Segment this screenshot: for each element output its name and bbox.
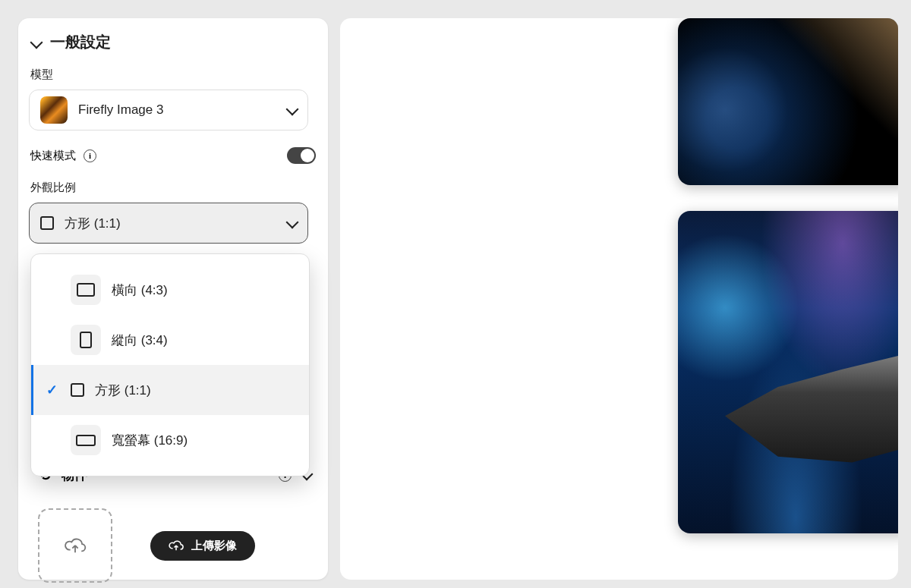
aspect-select[interactable]: 方形 (1:1)	[29, 203, 308, 244]
option-label: 寬螢幕 (16:9)	[112, 432, 188, 449]
section-title: 一般設定	[50, 32, 111, 52]
fast-mode-label: 快速模式	[30, 149, 76, 163]
model-select[interactable]: Firefly Image 3	[29, 90, 308, 130]
fast-mode-row: 快速模式	[30, 147, 316, 164]
upload-dropzone[interactable]	[38, 508, 112, 583]
aspect-option-square[interactable]: ✓ 方形 (1:1)	[31, 365, 309, 415]
cloud-upload-icon	[169, 539, 184, 552]
result-image[interactable]	[678, 18, 898, 185]
section-header[interactable]: 一般設定	[29, 32, 317, 52]
model-thumbnail	[40, 96, 68, 124]
aspect-option-landscape[interactable]: 橫向 (4:3)	[31, 265, 309, 315]
chevron-down-icon	[32, 33, 41, 51]
aspect-label: 外觀比例	[30, 181, 317, 195]
model-label: 模型	[30, 68, 317, 82]
option-label: 方形 (1:1)	[95, 382, 151, 399]
aspect-dropdown: 橫向 (4:3) 縱向 (3:4) ✓ 方形 (1:1) 寬螢幕 (16:9)	[30, 253, 310, 476]
check-icon: ✓	[46, 382, 58, 398]
fast-mode-toggle[interactable]	[287, 147, 316, 164]
aspect-option-portrait[interactable]: 縱向 (3:4)	[31, 315, 309, 365]
chevron-down-icon	[288, 216, 297, 230]
result-image[interactable]	[678, 211, 898, 533]
cloud-upload-icon	[64, 537, 87, 554]
aspect-selected: 方形 (1:1)	[65, 215, 277, 232]
widescreen-ratio-icon	[76, 435, 96, 446]
model-value: Firefly Image 3	[78, 102, 277, 118]
square-ratio-icon	[40, 216, 54, 230]
results-canvas	[340, 18, 898, 580]
option-label: 縱向 (3:4)	[112, 332, 168, 349]
square-ratio-icon	[71, 383, 84, 397]
upload-button-label: 上傳影像	[191, 539, 237, 553]
aspect-option-widescreen[interactable]: 寬螢幕 (16:9)	[31, 415, 309, 465]
option-label: 橫向 (4:3)	[112, 281, 168, 299]
info-icon[interactable]	[84, 149, 96, 162]
upload-area: 上傳影像	[38, 508, 255, 583]
upload-button[interactable]: 上傳影像	[150, 531, 255, 561]
portrait-ratio-icon	[80, 332, 92, 348]
landscape-ratio-icon	[77, 283, 95, 297]
chevron-down-icon	[288, 103, 297, 117]
